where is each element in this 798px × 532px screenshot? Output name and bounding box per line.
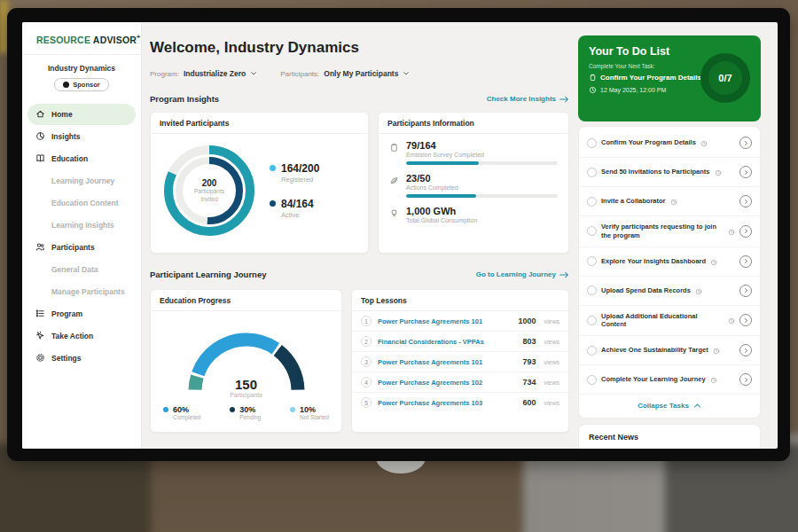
pie-chart-icon	[35, 131, 45, 141]
legend-label: Not Started	[300, 414, 329, 420]
info-body: 79/164 Emission Survey Completed 23/50 A…	[379, 134, 568, 230]
task-label: Invite a Collaborator	[601, 197, 666, 206]
sidebar-item-learning-insights[interactable]: Learning Insights	[27, 215, 136, 236]
legend-active: 84/164 Active	[270, 198, 319, 219]
sidebar-item-home[interactable]: Home	[27, 104, 136, 125]
task-checkbox[interactable]	[587, 168, 597, 177]
program-select-value: Industrialize Zero	[184, 69, 246, 78]
lesson-link[interactable]: Power Purchase Agreements 102	[378, 379, 516, 387]
task-checkbox[interactable]	[587, 375, 597, 385]
lesson-row[interactable]: 5 Power Purchase Agreements 103 600 view…	[352, 393, 568, 412]
lesson-link[interactable]: Power Purchase Agreements 101	[378, 317, 512, 325]
lesson-link[interactable]: Power Purchase Agreements 101	[378, 358, 516, 366]
task-open-button[interactable]	[739, 195, 752, 207]
task-row[interactable]: Upload Spend Data Records	[579, 277, 760, 306]
lightbulb-icon	[389, 206, 399, 223]
views-count: 1000	[518, 317, 536, 325]
participants-select-value: Only My Participants	[324, 69, 398, 78]
stat-value: 1,000 GWh	[406, 206, 558, 216]
task-checkbox[interactable]	[587, 138, 597, 148]
lesson-row[interactable]: 4 Power Purchase Agreements 102 734 view…	[352, 372, 568, 393]
legend-dot	[270, 165, 276, 171]
task-row[interactable]: Upload Additional Educational Content	[579, 306, 760, 337]
filters-row: Program: Industrialize Zero Participants…	[150, 69, 410, 78]
check-more-insights-link[interactable]: Check More Insights	[487, 95, 569, 103]
sidebar-item-manage-participants[interactable]: Manage Participants	[27, 281, 136, 302]
task-checkbox[interactable]	[587, 226, 597, 236]
gauge-legend: 60% Completed 30% Pending 10% Not Starte…	[151, 398, 341, 420]
arrow-right-icon	[559, 271, 569, 278]
task-row[interactable]: Explore Your Insights Dashboard	[579, 247, 760, 277]
chevron-down-icon	[403, 70, 410, 77]
divider	[22, 54, 141, 55]
insights-cards-row: Invited Participants 200 Participants In…	[150, 112, 569, 254]
views-label: views	[544, 379, 559, 386]
task-row[interactable]: Send 50 Invitations to Participants	[579, 158, 760, 187]
task-open-button[interactable]	[739, 344, 752, 356]
go-to-learning-journey-link[interactable]: Go to Learning Journey	[476, 270, 569, 278]
stat-global-consumption: 1,000 GWh Total Global Consumption	[389, 206, 558, 223]
task-checkbox[interactable]	[587, 316, 597, 325]
lesson-link[interactable]: Power Purchase Agreements 103	[378, 399, 516, 407]
task-open-button[interactable]	[739, 314, 752, 326]
legend-pending: 30% Pending	[230, 405, 261, 420]
collapse-tasks-link[interactable]: Collapse Tasks	[579, 395, 760, 416]
task-row[interactable]: Verify participants requesting to join t…	[579, 216, 760, 247]
clock-icon	[710, 254, 717, 270]
task-row[interactable]: Complete Your Learning Journey	[579, 365, 760, 395]
stat-label: Total Global Consumption	[406, 217, 558, 223]
rank-badge: 2	[361, 336, 372, 347]
participants-select[interactable]: Participants: Only My Participants	[280, 69, 410, 78]
task-row[interactable]: Achieve One Sustainability Target	[579, 336, 760, 365]
legend-not-started: 10% Not Started	[290, 405, 329, 420]
task-open-button[interactable]	[739, 255, 752, 268]
lesson-link[interactable]: Financial Considerations - VPPAs	[378, 338, 516, 346]
sidebar-item-education[interactable]: Education	[27, 148, 136, 169]
logo-plus: +	[137, 34, 140, 40]
sidebar-item-take-action[interactable]: Take Action	[27, 325, 136, 347]
page-title: Welcome, Industry Dynamics	[150, 39, 359, 57]
task-open-button[interactable]	[739, 137, 752, 149]
sidebar-item-program[interactable]: Program	[27, 303, 136, 325]
lesson-row[interactable]: 2 Financial Considerations - VPPAs 803 v…	[352, 332, 568, 352]
tasks-card: Confirm Your Program Details Send 50 Inv…	[578, 126, 761, 419]
task-label: Upload Spend Data Records	[601, 286, 691, 295]
sidebar-item-insights[interactable]: Insights	[27, 126, 136, 147]
rank-badge: 4	[361, 377, 372, 387]
card-title: Participants Information	[379, 113, 568, 134]
sidebar-item-settings[interactable]: Settings	[27, 348, 136, 369]
views-count: 600	[522, 398, 536, 407]
task-checkbox[interactable]	[587, 286, 597, 295]
task-checkbox[interactable]	[587, 346, 597, 356]
sidebar-item-education-content[interactable]: Education Content	[27, 192, 136, 214]
sponsor-badge[interactable]: Sponsor	[54, 78, 108, 91]
task-row[interactable]: Invite a Collaborator	[579, 187, 760, 216]
progress-bar	[406, 194, 558, 198]
right-panel: Your To Do List Complete Your Next Task:…	[578, 22, 761, 449]
hand-leaf-icon	[389, 173, 399, 198]
lesson-row[interactable]: 1 Power Purchase Agreements 101 1000 vie…	[352, 311, 568, 332]
lesson-row[interactable]: 3 Power Purchase Agreements 101 793 view…	[352, 352, 568, 372]
views-label: views	[544, 318, 559, 325]
sidebar-item-general-data[interactable]: General Data	[27, 259, 136, 280]
task-checkbox[interactable]	[587, 197, 597, 207]
task-open-button[interactable]	[739, 285, 752, 297]
legend-dot	[290, 407, 295, 412]
sidebar-item-learning-journey[interactable]: Learning Journey	[27, 170, 136, 192]
logo-primary: RESOURCE	[36, 35, 90, 45]
clock-icon	[589, 86, 597, 94]
views-count: 803	[522, 337, 536, 346]
task-open-button[interactable]	[739, 225, 752, 238]
task-row[interactable]: Confirm Your Program Details	[579, 129, 760, 158]
stat-actions-completed: 23/50 Actions Completed	[389, 173, 558, 198]
task-checkbox[interactable]	[587, 256, 597, 266]
invited-body: 200 Participants Invited 164/200 Registe…	[151, 134, 368, 247]
task-open-button[interactable]	[739, 166, 752, 178]
task-label: Send 50 Invitations to Participants	[601, 168, 710, 176]
clipboard-icon	[589, 74, 597, 82]
program-select[interactable]: Program: Industrialize Zero	[150, 69, 257, 78]
app-logo: RESOURCE ADVISOR+	[22, 22, 141, 45]
learning-cards-row: Education Progress 150 Participants	[150, 289, 569, 433]
task-open-button[interactable]	[739, 373, 752, 386]
sidebar-item-participants[interactable]: Participants	[27, 237, 136, 258]
